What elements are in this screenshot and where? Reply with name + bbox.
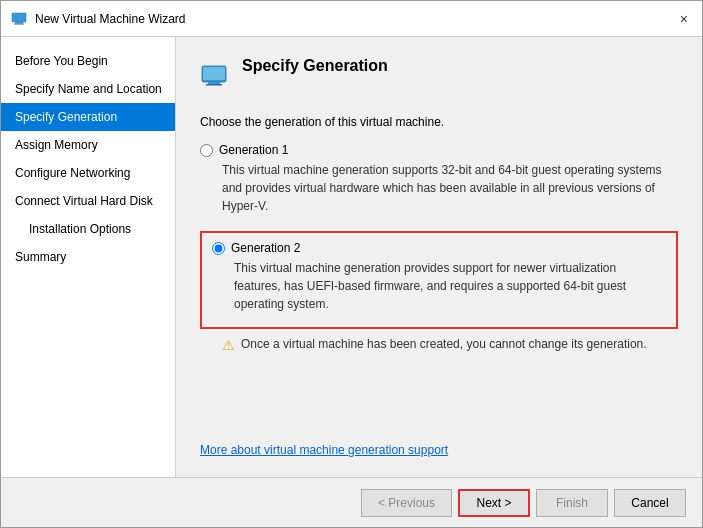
window-title: New Virtual Machine Wizard <box>35 12 186 26</box>
main-window: New Virtual Machine Wizard × Before You … <box>0 0 703 528</box>
gen2-box: Generation 2 This virtual machine genera… <box>200 231 678 329</box>
sidebar-item-specify-name[interactable]: Specify Name and Location <box>1 75 175 103</box>
sidebar-item-summary[interactable]: Summary <box>1 243 175 271</box>
sidebar-item-assign-memory[interactable]: Assign Memory <box>1 131 175 159</box>
gen1-desc: This virtual machine generation supports… <box>222 161 678 215</box>
footer: < Previous Next > Finish Cancel <box>1 477 702 527</box>
next-button[interactable]: Next > <box>458 489 530 517</box>
sidebar-item-connect-vhd[interactable]: Connect Virtual Hard Disk <box>1 187 175 215</box>
finish-button[interactable]: Finish <box>536 489 608 517</box>
gen2-option: Generation 2 This virtual machine genera… <box>200 231 678 353</box>
title-bar-left: New Virtual Machine Wizard <box>11 11 186 27</box>
sidebar: Before You Begin Specify Name and Locati… <box>1 37 176 477</box>
gen2-desc: This virtual machine generation provides… <box>234 259 666 313</box>
title-bar: New Virtual Machine Wizard × <box>1 1 702 37</box>
window-icon <box>11 11 27 27</box>
gen1-label[interactable]: Generation 1 <box>219 143 288 157</box>
svg-rect-5 <box>208 82 220 84</box>
previous-button[interactable]: < Previous <box>361 489 452 517</box>
warning-icon: ⚠ <box>222 337 235 353</box>
panel-header: Specify Generation <box>200 57 678 99</box>
svg-rect-0 <box>12 13 26 22</box>
gen1-option: Generation 1 This virtual machine genera… <box>200 143 678 221</box>
gen2-radio[interactable] <box>212 242 225 255</box>
panel-title: Specify Generation <box>242 57 388 83</box>
link-area: More about virtual machine generation su… <box>200 433 678 457</box>
gen2-radio-row[interactable]: Generation 2 <box>212 241 666 255</box>
svg-rect-2 <box>14 23 24 24</box>
main-panel: Specify Generation Choose the generation… <box>176 37 702 477</box>
panel-header-icon <box>200 64 232 92</box>
close-button[interactable]: × <box>676 12 692 26</box>
gen1-radio-row[interactable]: Generation 1 <box>200 143 678 157</box>
svg-rect-4 <box>203 67 225 80</box>
sidebar-item-specify-generation[interactable]: Specify Generation <box>1 103 175 131</box>
sidebar-item-configure-networking[interactable]: Configure Networking <box>1 159 175 187</box>
cancel-button[interactable]: Cancel <box>614 489 686 517</box>
svg-rect-1 <box>15 22 23 24</box>
gen2-warning-row: ⚠ Once a virtual machine has been create… <box>222 337 678 353</box>
more-info-link[interactable]: More about virtual machine generation su… <box>200 443 448 457</box>
sidebar-item-before-you-begin[interactable]: Before You Begin <box>1 47 175 75</box>
sidebar-item-installation-options[interactable]: Installation Options <box>1 215 175 243</box>
svg-rect-6 <box>206 84 222 86</box>
gen2-warning-text: Once a virtual machine has been created,… <box>241 337 647 351</box>
content-area: Before You Begin Specify Name and Locati… <box>1 37 702 477</box>
gen1-radio[interactable] <box>200 144 213 157</box>
instruction-text: Choose the generation of this virtual ma… <box>200 115 678 129</box>
gen2-label[interactable]: Generation 2 <box>231 241 300 255</box>
